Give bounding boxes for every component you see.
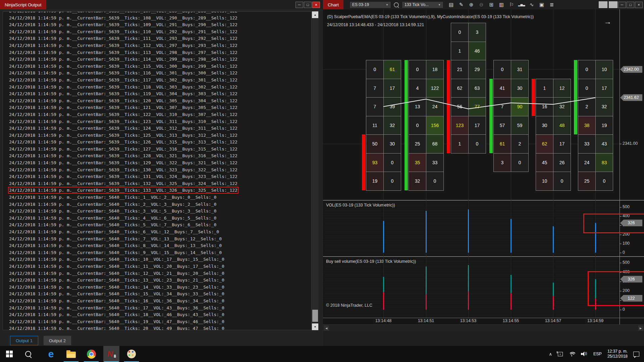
log-line: 24/12/2018 1:14:59 p. m.__CurrentBar:_56… [9, 11, 311, 15]
footprint-buy-cell: 48 [553, 116, 571, 135]
alert-panel-icon[interactable]: ⚐ [506, 1, 517, 8]
log-line: 24/12/2018 1:14:59 p. m.__CurrentBar:_56… [9, 146, 311, 153]
footprint-sell-cell: 93 [366, 153, 384, 172]
taskbar-search-button[interactable] [20, 346, 36, 362]
axis-tick [620, 310, 622, 310]
vol-bar [553, 226, 554, 253]
log-line: 24/12/2018 1:14:59 p. m.__CurrentBar:_56… [9, 256, 311, 263]
footprint-buy-cell: 0 [595, 172, 613, 191]
volume-icon[interactable]: )) [581, 351, 588, 357]
panel-separator[interactable] [323, 200, 644, 200]
footprint-buy-cell: 46 [468, 42, 486, 61]
scroll-up-icon[interactable]: ▲ [312, 11, 318, 18]
taskbar-paint-button[interactable] [123, 346, 140, 362]
line-chart-icon[interactable]: ∿ [527, 1, 537, 8]
footprint-buy-cell: 63 [468, 79, 486, 98]
footprint-sell-cell: 10 [536, 172, 553, 191]
axis-tick [620, 144, 622, 144]
taskbar-clock[interactable]: 12:37 p. m. 25/12/2018 [607, 349, 628, 359]
chart-window-title: Chart [323, 0, 343, 9]
window-square-button[interactable] [599, 1, 607, 8]
scroll-down-icon[interactable]: ▼ [312, 323, 318, 330]
zoom-in-icon[interactable]: ⊕ [466, 1, 476, 8]
vol-axis-label: 500 [623, 204, 630, 209]
scroll-left-icon[interactable]: ◀ [324, 325, 329, 331]
footprint-sell-cell: 0 [451, 23, 469, 42]
draw-icon[interactable]: ✎ [456, 1, 466, 8]
go-to-latest-icon[interactable]: → [604, 17, 611, 26]
tab-output-2[interactable]: Output 2 [44, 336, 71, 345]
vol-axis-label: 0 [623, 250, 625, 255]
list-icon[interactable]: ≣ [547, 1, 557, 8]
window-square-button[interactable] [609, 1, 618, 8]
pen-input-icon[interactable]: × [558, 352, 563, 356]
footprint-sell-cell: 35 [409, 153, 426, 172]
instrument-dropdown[interactable]: ES 03-19▼ [350, 1, 391, 8]
wifi-icon[interactable] [569, 351, 575, 357]
maximize-icon[interactable]: □ [627, 2, 634, 8]
footprint-sell-cell: 0 [578, 79, 596, 98]
log-line: 24/12/2018 1:14:59 p. m.__CurrentBar:_56… [9, 125, 311, 132]
close-icon[interactable]: × [635, 2, 643, 8]
footprint-sell-cell: 0 [409, 60, 426, 79]
panel-separator [323, 318, 644, 318]
edge-icon: e [48, 348, 54, 360]
strategy-clipboard-icon[interactable]: ▣ [537, 1, 547, 8]
footprint-sell-cell: 1 [451, 134, 469, 154]
close-icon[interactable]: × [312, 2, 320, 8]
footprint-buy-cell: 32 [553, 97, 571, 116]
taskbar-ninjatrader-button[interactable]: N8 [103, 346, 119, 362]
log-line: 24/12/2018 1:14:59 p. m.__CurrentBar:_56… [9, 28, 311, 36]
interval-dropdown[interactable]: 133 Tick Vo...▼ [402, 1, 443, 8]
footprint-buy-cell: 68 [426, 134, 444, 154]
footprint-buy-cell: 33 [426, 153, 444, 172]
footprint-sell-cell: 16 [536, 97, 553, 116]
restore-icon[interactable]: □ [304, 2, 312, 8]
instrument-search-icon[interactable] [391, 1, 401, 8]
footprint-buy-cell: 17 [468, 116, 486, 135]
footprint-buy-cell: 17 [383, 79, 401, 98]
axis-tick [620, 253, 622, 253]
highlighted-log-line: 24/12/2018 1:14:59 p. m.__CurrentBar:_56… [9, 188, 237, 193]
footprint-buy-cell: 17 [595, 79, 613, 98]
log-line: 24/12/2018 1:14:59 p. m.__CurrentBar:_56… [9, 49, 311, 56]
panel-separator[interactable] [323, 256, 644, 257]
tray-expand-icon[interactable]: ∧ [549, 352, 552, 357]
footprint-sell-cell: 45 [536, 153, 553, 172]
log-line: 24/12/2018 1:14:59 p. m.__CurrentBar:_56… [9, 215, 311, 222]
report-icon[interactable]: ▥ [496, 1, 506, 8]
chart-data-series-label: (D) ScalperPueba/EMA(ES 03-19 (133 Tick … [327, 13, 534, 29]
bar-chart-icon[interactable]: ▂▅▃ [517, 1, 527, 8]
log-line: 24/12/2018 1:14:59 p. m.__CurrentBar:_56… [9, 77, 311, 84]
footprint-sell-cell: 25 [409, 134, 426, 154]
log-vertical-scrollbar[interactable]: ▲ ▼ [312, 11, 318, 330]
taskbar-file-explorer-button[interactable] [63, 346, 79, 362]
data-grid-icon[interactable]: ▤ [446, 1, 456, 8]
log-line: 24/12/2018 1:14:59 p. m.__CurrentBar:_56… [9, 222, 311, 229]
taskbar-chrome-button[interactable] [83, 346, 99, 362]
log-line: 24/12/2018 1:14:59 p. m.__CurrentBar:_56… [9, 70, 311, 77]
scroll-right-icon[interactable]: ▶ [638, 325, 643, 331]
minimize-icon[interactable]: ─ [296, 2, 303, 8]
log-output-area[interactable]: 24/12/2018 1:14:59 p. m.__CurrentBar:_56… [3, 11, 312, 330]
start-button[interactable] [1, 346, 17, 362]
log-line: 24/12/2018 1:14:59 p. m.__CurrentBar:_56… [9, 180, 311, 187]
scrollbar-thumb[interactable] [312, 310, 318, 322]
footprint-sell-cell: 0 [409, 116, 426, 135]
log-line: 24/12/2018 1:14:59 p. m.__CurrentBar:_56… [9, 263, 311, 270]
footprint-sell-cell: 33 [578, 134, 596, 154]
footprint-buy-cell: 3 [468, 23, 486, 42]
footprint-buy-cell: 83 [595, 153, 613, 172]
chart-titlebar: Chart ES 03-19▼ 133 Tick Vo...▼ ▤✎⊕⊖⊞▥⚐▂… [323, 0, 644, 9]
footprint-buy-cell: 0 [511, 153, 529, 172]
taskbar-edge-button[interactable]: e [43, 346, 59, 362]
action-center-icon[interactable] [633, 352, 639, 357]
language-indicator[interactable]: ESP [593, 352, 602, 356]
crosshair-icon[interactable]: ⊞ [486, 1, 496, 8]
chart-horizontal-scrollbar[interactable]: ◀ ▶ [323, 324, 644, 331]
tab-output-1[interactable]: Output 1 [10, 336, 38, 345]
buysell-axis-label: 0 [623, 307, 625, 312]
footprint-buy-cell: 29 [468, 60, 486, 79]
minimize-icon[interactable]: ─ [618, 2, 626, 8]
zoom-out-icon[interactable]: ⊖ [476, 1, 486, 8]
